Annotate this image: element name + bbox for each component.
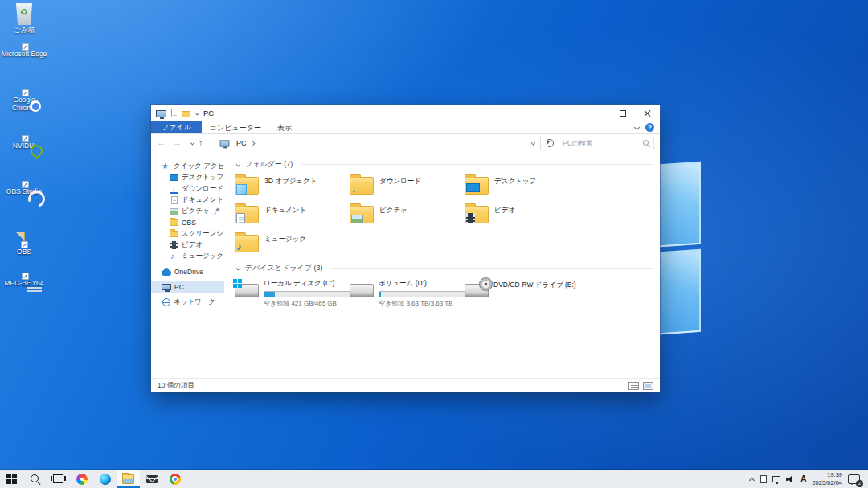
nav-item-documents[interactable]: ドキュメント [151, 195, 224, 206]
chrome-icon [170, 474, 181, 485]
nav-item-pictures[interactable]: ピクチャ [151, 206, 224, 217]
documents-icon [171, 196, 178, 204]
nav-item-music[interactable]: ミュージック [151, 251, 224, 262]
drive-tile-d[interactable]: ボリューム (D:) 空き領域 3.63 TB/3.63 TB [350, 277, 465, 308]
back-button[interactable] [157, 138, 166, 148]
ime-mode-indicator[interactable]: A [800, 474, 806, 483]
clock[interactable]: 19:39 2025/02/04 [812, 471, 842, 487]
collapse-group-chevron-icon[interactable] [235, 162, 240, 166]
folder-tile-music[interactable]: ミュージック [235, 232, 350, 255]
nav-label: OneDrive [174, 268, 203, 276]
breadcrumb[interactable]: PC [215, 137, 541, 150]
folder-tile-3d-objects[interactable]: 3D オブジェクト [235, 174, 350, 197]
refresh-icon[interactable] [546, 139, 554, 147]
tab-file[interactable]: ファイル [151, 121, 202, 133]
desktop-icon-recycle-bin[interactable]: ごみ箱 [1, 3, 47, 46]
window-title: PC [203, 109, 214, 117]
tab-computer[interactable]: コンピューター [202, 121, 269, 133]
customize-quick-access-chevron-icon[interactable] [194, 110, 199, 115]
drive-label: ボリューム (D:) [379, 279, 465, 289]
nav-item-pc[interactable]: PC [151, 281, 224, 293]
pc-icon [162, 284, 171, 290]
drive-tile-c[interactable]: ローカル ディスク (C:) 空き領域 421 GB/465 GB [235, 277, 350, 308]
nav-label: PC [174, 283, 184, 291]
minimize-ribbon-chevron-icon[interactable] [633, 125, 640, 131]
desktop-icon-edge[interactable]: Microsoft Edge [1, 49, 47, 92]
address-dropdown-chevron-icon[interactable] [530, 141, 535, 146]
close-button[interactable] [635, 105, 660, 121]
search-box[interactable] [559, 137, 654, 150]
tile-label: ダウンロード [379, 177, 421, 197]
documents-folder-icon [235, 206, 259, 223]
desktop-icon-obs-studio[interactable]: OBS Studio [1, 187, 47, 229]
nav-item-desktop[interactable]: デスクトップ [151, 172, 224, 183]
tray-app-icon[interactable] [760, 475, 767, 483]
nav-label: クイック アクセス [174, 162, 224, 171]
hidden-icons-chevron-icon[interactable] [748, 476, 755, 482]
explorer-window: PC ファイル コンピューター 表示 PC [151, 105, 660, 392]
volume-icon[interactable] [786, 475, 795, 483]
breadcrumb-chevron-icon[interactable] [250, 141, 255, 146]
recent-locations-chevron-icon[interactable] [190, 141, 194, 146]
folder-tile-videos[interactable]: ビデオ [465, 203, 579, 226]
large-icons-view-icon[interactable] [643, 382, 653, 390]
help-icon[interactable] [645, 123, 654, 132]
desktop-icon-mpc-be[interactable]: MPC-BE x64 [1, 278, 47, 321]
collapse-group-chevron-icon[interactable] [235, 265, 240, 270]
drives-grid: ローカル ディスク (C:) 空き領域 421 GB/465 GB ボリューム … [235, 277, 652, 308]
system-drive-icon [235, 281, 259, 301]
desktop-folder-icon [465, 177, 489, 195]
breadcrumb-root[interactable]: PC [236, 139, 247, 147]
file-explorer-icon [122, 474, 134, 484]
properties-button[interactable] [171, 109, 178, 117]
folder-tile-desktop[interactable]: デスクトップ [465, 174, 579, 197]
details-view-icon[interactable] [628, 382, 639, 390]
nav-item-network[interactable]: ネットワーク [151, 297, 224, 308]
start-button[interactable] [0, 470, 23, 488]
desktop-icon-chrome[interactable]: Google Chrome [1, 95, 47, 137]
minimize-button[interactable] [585, 105, 610, 121]
taskbar-edge-button[interactable] [93, 470, 117, 488]
taskbar-file-explorer-button[interactable] [117, 470, 140, 488]
taskbar-pinned-app-button[interactable] [70, 470, 93, 488]
nav-label: ドキュメント [182, 195, 223, 205]
drive-tile-e[interactable]: DVD/CD-RW ドライブ (E:) [465, 277, 579, 308]
nav-label: デスクトップ [182, 173, 223, 182]
nav-item-downloads[interactable]: ダウンロード [151, 183, 224, 195]
tile-label: 3D オブジェクト [264, 177, 317, 197]
nav-item-obs[interactable]: OBS [151, 217, 224, 228]
taskbar-chrome-button[interactable] [163, 470, 186, 488]
nav-item-quick-access[interactable]: クイック アクセス [151, 161, 224, 172]
maximize-button[interactable] [610, 105, 635, 121]
up-button[interactable] [199, 138, 208, 148]
ribbon-tabs: ファイル コンピューター 表示 [151, 121, 660, 134]
search-input[interactable] [563, 139, 640, 147]
nav-item-videos[interactable]: ビデオ [151, 240, 224, 251]
taskbar-search-button[interactable] [23, 470, 47, 488]
tile-label: ドキュメント [264, 206, 306, 226]
clock-date: 2025/02/04 [812, 479, 842, 487]
nav-item-screenshots[interactable]: スクリーンショット [151, 228, 224, 240]
desktop-icon-nvidia[interactable]: NVIDIA [1, 141, 47, 183]
tab-view[interactable]: 表示 [269, 121, 300, 133]
taskbar-mail-button[interactable] [140, 470, 163, 488]
close-icon [644, 109, 652, 117]
title-bar[interactable]: PC [151, 105, 660, 121]
downloads-icon [170, 185, 178, 194]
videos-icon [170, 241, 178, 249]
forward-button[interactable] [173, 138, 182, 148]
folder-tile-documents[interactable]: ドキュメント [235, 203, 350, 226]
nav-label: ミュージック [182, 252, 223, 261]
network-icon[interactable] [772, 476, 780, 482]
nav-item-onedrive[interactable]: OneDrive [151, 266, 224, 277]
videos-folder-icon [465, 206, 489, 223]
folder-tile-downloads[interactable]: ダウンロード [350, 174, 465, 197]
quick-access-star-icon [162, 162, 170, 171]
action-center-button[interactable]: 2 [848, 474, 860, 484]
tile-label: ピクチャ [379, 206, 407, 226]
desktop-icon-obs[interactable]: OBS [1, 232, 47, 275]
task-view-button[interactable] [47, 470, 70, 488]
new-folder-button[interactable] [182, 111, 190, 117]
folder-tile-pictures[interactable]: ピクチャ [350, 203, 465, 226]
shortcut-arrow-icon [22, 43, 29, 51]
